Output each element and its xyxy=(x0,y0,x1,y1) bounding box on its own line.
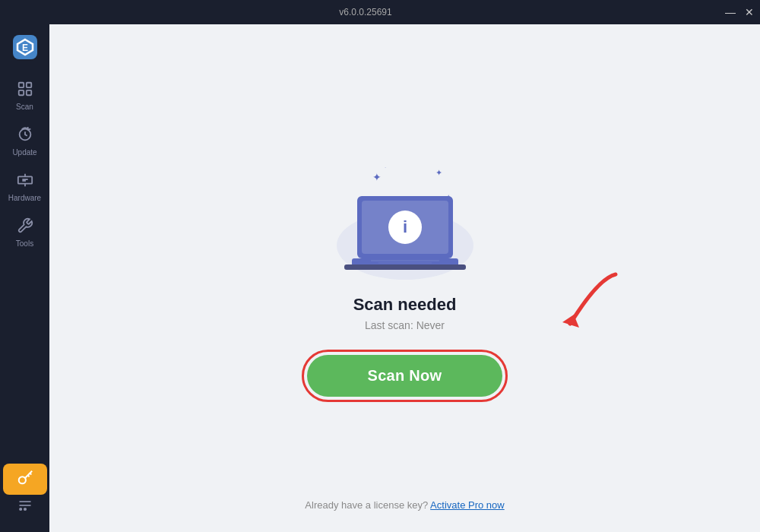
red-arrow-icon xyxy=(532,271,623,331)
hardware-icon xyxy=(17,172,33,191)
version-label: v6.0.0.25691 xyxy=(339,7,391,17)
main-content: ✦ ✦ ✦ ✦ · i Scan needed xyxy=(49,24,760,532)
svg-rect-5 xyxy=(18,90,23,95)
license-text: Already have a license key? xyxy=(305,499,428,511)
sidebar-item-key[interactable] xyxy=(3,464,47,495)
svg-marker-35 xyxy=(562,315,579,328)
scan-needed-title: Scan needed xyxy=(353,295,457,315)
sidebar-item-tools[interactable]: Tools xyxy=(3,211,47,254)
app-body: E Scan xyxy=(0,24,760,532)
title-bar: v6.0.0.25691 — ✕ xyxy=(0,0,760,24)
laptop-illustration: ✦ ✦ ✦ ✦ · i xyxy=(325,154,485,280)
svg-rect-3 xyxy=(18,83,23,87)
svg-point-13 xyxy=(18,477,25,483)
svg-text:·: · xyxy=(385,164,386,171)
svg-text:✦: ✦ xyxy=(435,168,442,177)
close-button[interactable]: ✕ xyxy=(745,7,754,17)
key-icon xyxy=(17,470,33,489)
illustration-area: ✦ ✦ ✦ ✦ · i xyxy=(325,154,485,280)
svg-text:i: i xyxy=(402,217,407,236)
minimize-button[interactable]: — xyxy=(725,7,736,17)
svg-rect-6 xyxy=(26,90,30,95)
last-scan-text: Last scan: Never xyxy=(365,319,445,331)
license-section: Already have a license key? Activate Pro… xyxy=(305,499,504,511)
tools-icon xyxy=(17,217,33,236)
sidebar: E Scan xyxy=(0,24,49,532)
svg-line-15 xyxy=(30,473,31,475)
update-icon xyxy=(17,126,33,145)
svg-rect-32 xyxy=(344,264,466,270)
window-controls: — ✕ xyxy=(725,7,754,17)
sidebar-item-update[interactable]: Update xyxy=(3,120,47,163)
hamburger-menu-icon[interactable] xyxy=(17,498,33,517)
svg-rect-4 xyxy=(26,83,30,87)
svg-line-16 xyxy=(27,475,29,477)
arrow-annotation xyxy=(532,271,623,334)
update-label: Update xyxy=(12,148,36,157)
hardware-label: Hardware xyxy=(8,194,41,202)
activate-pro-link[interactable]: Activate Pro now xyxy=(430,499,505,511)
sidebar-item-hardware[interactable]: Hardware xyxy=(3,166,47,208)
scan-button-wrapper: Scan Now xyxy=(302,350,508,402)
svg-point-20 xyxy=(24,508,26,511)
scan-icon xyxy=(17,81,33,100)
svg-text:E: E xyxy=(21,43,27,53)
sidebar-bottom xyxy=(17,498,33,524)
logo-icon: E xyxy=(11,33,39,61)
scan-now-button[interactable]: Scan Now xyxy=(307,355,503,397)
svg-text:✦: ✦ xyxy=(372,171,382,183)
tools-label: Tools xyxy=(16,239,33,248)
app-logo: E xyxy=(10,32,40,62)
svg-point-19 xyxy=(19,508,21,511)
sidebar-item-scan[interactable]: Scan xyxy=(3,74,47,117)
scan-label: Scan xyxy=(16,103,33,111)
